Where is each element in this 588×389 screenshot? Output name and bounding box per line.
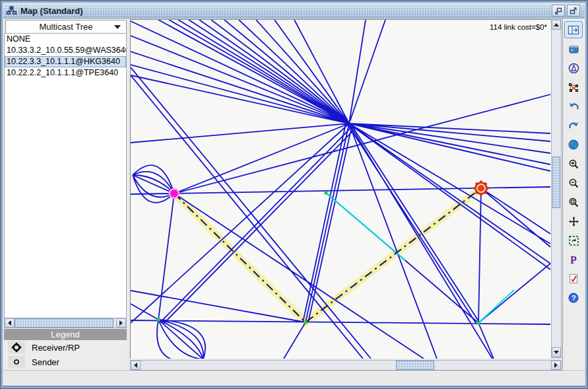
legend-row: Receiver/RP	[4, 340, 127, 355]
report-button[interactable]	[564, 270, 583, 287]
map-viewport[interactable]: 114 link cost=$0*	[130, 19, 551, 359]
legend-title: Legend	[4, 329, 127, 340]
zoom-area-button[interactable]	[564, 194, 583, 211]
undo-button[interactable]	[564, 98, 583, 115]
maximize-icon	[570, 7, 577, 15]
list-item[interactable]: 10.22.2.2_10.1.1.1@TPE3640	[5, 67, 126, 79]
zoom-out-button[interactable]	[564, 174, 583, 192]
list-horizontal-scrollbar[interactable]	[4, 318, 127, 328]
link-cost-label: 114 link cost=$0*	[490, 23, 547, 31]
sidebar: Multicast Tree NONE 10.33.3.2_10.0.55.59…	[3, 18, 129, 371]
list-item-selected[interactable]: 10.22.3.3_10.1.1.1@HKG3640	[5, 56, 126, 67]
pan-button[interactable]	[564, 213, 583, 230]
scrollbar-thumb[interactable]	[15, 318, 114, 328]
overview-button[interactable]	[564, 59, 583, 77]
scrollbar-thumb[interactable]	[396, 361, 434, 370]
zoom-in-button[interactable]	[564, 155, 583, 172]
tree-type-value: Multicast Tree	[40, 22, 93, 32]
fit-icon	[568, 235, 579, 246]
receiver-rp-icon	[8, 341, 25, 353]
world-button[interactable]	[564, 136, 583, 153]
legend-label: Receiver/RP	[32, 343, 80, 353]
scroll-left-button[interactable]	[5, 318, 15, 328]
help-button[interactable]: ?	[564, 289, 583, 306]
pan-icon	[568, 216, 579, 227]
undo-icon	[568, 102, 579, 112]
redo-button[interactable]	[564, 117, 583, 134]
triangle-down-icon	[554, 351, 559, 354]
zoom-in-icon	[568, 159, 579, 169]
restore-button[interactable]	[552, 5, 565, 17]
scrollbar-track[interactable]	[434, 361, 551, 370]
report-icon	[569, 273, 578, 284]
zoom-out-icon	[568, 178, 579, 188]
expand-panel-button[interactable]	[564, 21, 583, 38]
maximize-button[interactable]	[567, 5, 580, 17]
sitemap-icon	[7, 6, 16, 15]
scroll-right-button[interactable]	[116, 318, 126, 328]
triangle-right-icon	[119, 320, 123, 326]
svg-text:P: P	[570, 254, 577, 265]
scroll-down-button[interactable]	[552, 347, 561, 357]
window-title: Map (Standard)	[20, 6, 83, 16]
chevron-down-icon	[114, 25, 121, 29]
expand-panel-icon	[568, 25, 579, 35]
multiedge-bundle-west	[133, 165, 174, 203]
map-horizontal-scrollbar[interactable]	[130, 360, 562, 371]
triangle-right-icon	[554, 363, 558, 368]
title-bar[interactable]: Map (Standard)	[3, 3, 585, 18]
fit-button[interactable]	[564, 232, 583, 249]
status-bar	[3, 371, 585, 384]
cyan-links	[326, 193, 514, 323]
receiver-rp-node[interactable]	[474, 181, 489, 196]
scrollbar-track[interactable]	[141, 361, 396, 370]
multiedge-bundle-south	[157, 320, 205, 359]
map-vertical-scrollbar[interactable]	[551, 19, 562, 358]
legend-label: Sender	[32, 357, 59, 367]
p-button[interactable]: P	[564, 251, 583, 268]
p-icon: P	[569, 254, 578, 265]
scroll-up-button[interactable]	[552, 20, 561, 30]
list-item[interactable]: 10.33.3.2_10.0.55.59@WAS3640	[5, 45, 126, 56]
redo-icon	[568, 121, 579, 131]
list-item[interactable]: NONE	[5, 34, 126, 45]
sender-node[interactable]	[170, 189, 179, 198]
scroll-left-button[interactable]	[131, 361, 141, 370]
multicast-tree-list: NONE 10.33.3.2_10.0.55.59@WAS3640 10.22.…	[4, 33, 127, 318]
scrollbar-thumb[interactable]	[552, 157, 560, 208]
triangle-left-icon	[134, 363, 137, 368]
help-icon: ?	[568, 293, 579, 303]
map-window: Map (Standard) Multicast Tree NONE	[0, 0, 588, 389]
layout-icon	[568, 82, 579, 93]
map-toolbar: P ?	[562, 19, 584, 370]
triangle-left-icon	[8, 320, 11, 326]
discovery-button[interactable]	[564, 40, 583, 57]
overview-icon	[568, 63, 579, 74]
map-canvas	[131, 20, 551, 359]
scroll-right-button[interactable]	[551, 361, 561, 370]
triangle-up-icon	[554, 23, 559, 26]
zoom-area-icon	[568, 197, 579, 207]
restore-icon	[554, 7, 562, 15]
legend-panel: Legend Receiver/RP Sender	[4, 329, 127, 369]
legend-row: Sender	[4, 355, 127, 369]
tree-type-dropdown[interactable]: Multicast Tree	[5, 20, 127, 34]
discovery-icon	[568, 44, 579, 54]
layout-button[interactable]	[564, 79, 583, 96]
sender-icon	[8, 356, 25, 368]
svg-text:?: ?	[572, 294, 576, 302]
world-icon	[568, 139, 579, 150]
